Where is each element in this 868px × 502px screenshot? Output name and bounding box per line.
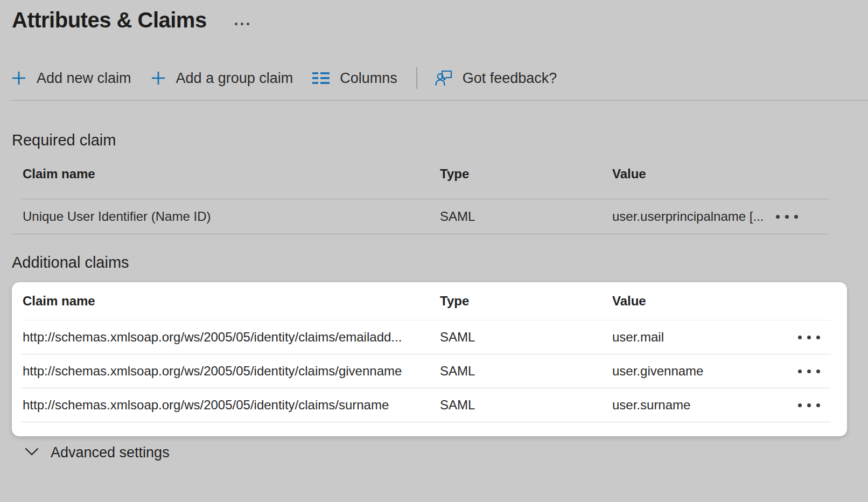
ellipsis-icon[interactable]: [798, 367, 820, 375]
column-header-claim-name[interactable]: Claim name: [12, 294, 440, 309]
command-bar: Add new claim Add a group claim Columns: [11, 67, 868, 101]
table-row[interactable]: http://schemas.xmlsoap.org/ws/2005/05/id…: [12, 354, 847, 388]
table-row[interactable]: Unique User Identifier (Name ID) SAML us…: [11, 199, 829, 234]
ellipsis-icon[interactable]: [798, 401, 820, 409]
plus-icon: [11, 70, 27, 86]
additional-claims-table: Claim name Type Value http://schemas.xml…: [12, 282, 847, 436]
column-header-claim-name[interactable]: Claim name: [11, 166, 440, 182]
table-row[interactable]: http://schemas.xmlsoap.org/ws/2005/05/id…: [12, 320, 847, 354]
columns-label: Columns: [340, 70, 397, 87]
page-header: Attributes & Claims: [0, 0, 868, 33]
table-divider: [22, 422, 831, 422]
column-header-value[interactable]: Value: [612, 294, 788, 309]
chevron-down-icon: [25, 447, 39, 459]
claim-type-cell: SAML: [440, 209, 612, 224]
add-group-claim-label: Add a group claim: [176, 70, 293, 87]
table-header-row: Claim name Type Value: [12, 282, 847, 320]
add-new-claim-button[interactable]: Add new claim: [11, 67, 131, 89]
claim-name-cell: Unique User Identifier (Name ID): [11, 209, 440, 224]
add-group-claim-button[interactable]: Add a group claim: [150, 67, 293, 89]
got-feedback-button[interactable]: Got feedback?: [435, 67, 557, 89]
ellipsis-icon[interactable]: [776, 213, 798, 221]
column-header-value[interactable]: Value: [612, 166, 770, 182]
claim-name-cell: http://schemas.xmlsoap.org/ws/2005/05/id…: [12, 364, 440, 379]
column-header-type[interactable]: Type: [440, 166, 612, 182]
plus-icon: [150, 70, 166, 86]
add-new-claim-label: Add new claim: [37, 70, 131, 87]
advanced-settings-label: Advanced settings: [51, 444, 170, 461]
table-row[interactable]: http://schemas.xmlsoap.org/ws/2005/05/id…: [12, 388, 847, 422]
claim-type-cell: SAML: [440, 364, 612, 379]
required-claim-heading: Required claim: [12, 131, 868, 149]
more-options-icon[interactable]: [235, 23, 249, 25]
additional-claims-heading: Additional claims: [12, 254, 868, 271]
claim-name-cell: http://schemas.xmlsoap.org/ws/2005/05/id…: [12, 398, 440, 413]
claim-value-cell: user.surname: [612, 398, 788, 413]
claim-type-cell: SAML: [440, 330, 612, 345]
claim-value-cell: user.userprincipalname [...: [612, 209, 770, 224]
toolbar-divider: [416, 67, 417, 89]
claim-type-cell: SAML: [440, 398, 612, 413]
column-header-type[interactable]: Type: [440, 294, 612, 309]
page-title: Attributes & Claims: [12, 8, 207, 32]
claim-name-cell: http://schemas.xmlsoap.org/ws/2005/05/id…: [12, 330, 440, 345]
claim-value-cell: user.mail: [612, 330, 788, 345]
table-divider: [11, 234, 829, 234]
required-claim-table: Claim name Type Value Unique User Identi…: [11, 149, 829, 234]
ellipsis-icon[interactable]: [798, 333, 820, 341]
claim-value-cell: user.givenname: [612, 364, 788, 379]
person-feedback-icon: [435, 69, 453, 87]
columns-button[interactable]: Columns: [312, 67, 397, 89]
advanced-settings-toggle[interactable]: Advanced settings: [25, 444, 868, 461]
got-feedback-label: Got feedback?: [463, 70, 557, 87]
column-list-icon: [312, 71, 330, 86]
table-header-row: Claim name Type Value: [11, 149, 829, 199]
